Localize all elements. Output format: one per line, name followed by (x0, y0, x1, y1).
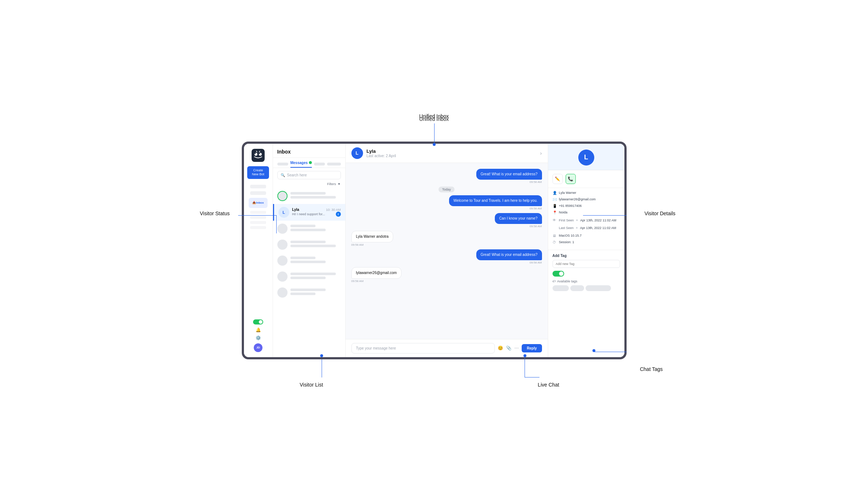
detail-session-row: ⏱ Session: 1 (553, 240, 620, 244)
visitor-placeholder-avatar-5 (277, 271, 288, 282)
message-time: 09:58 AM (530, 207, 542, 210)
placeholder-line (290, 293, 316, 295)
tag-toggle[interactable] (553, 271, 564, 277)
clock-icon: ⏱ (553, 240, 557, 244)
location-icon: 📍 (553, 211, 557, 215)
annotation-line-chat-tags-h (594, 352, 627, 352)
add-tag-label: Add Tag (553, 254, 620, 258)
message-bubble: Can I know your name? (495, 213, 542, 224)
tab-messages[interactable]: Messages (290, 161, 312, 168)
detail-phone: +91 859917406 (559, 204, 582, 208)
annotation-label-live-chat: Live Chat (538, 382, 559, 388)
chat-actions: 😊 📎 ⋯ Reply (498, 344, 542, 352)
visitor-name: Lyla (292, 208, 299, 212)
filters-label[interactable]: Filters (327, 182, 336, 186)
svg-rect-0 (252, 149, 265, 162)
visitor-placeholder-lines-4 (290, 257, 341, 265)
placeholder-line (290, 229, 326, 231)
annotation-line-visitor-status-v (276, 215, 277, 233)
visitor-list-panel: Inbox Messages 🔍 Search here (273, 144, 346, 357)
visitor-placeholder-item-3[interactable] (273, 237, 345, 253)
create-new-bot-button[interactable]: Create New Bot (247, 166, 269, 179)
tab-placeholder-3 (327, 163, 341, 166)
annotation-line-visitor-status-h (238, 215, 276, 216)
placeholder-line (290, 289, 326, 291)
bell-icon[interactable]: 🔔 (256, 327, 261, 332)
visitor-placeholder-item-2[interactable] (273, 221, 345, 237)
message-bubble: Great! What is your email address? (476, 249, 542, 260)
message-time: 09:58 AM (351, 279, 364, 283)
visitor-time: 10: 30 AM (326, 208, 341, 212)
visitor-placeholder-avatar-3 (277, 240, 288, 250)
visitor-placeholder-lines-3 (290, 241, 341, 249)
tag-chip-3[interactable] (586, 285, 611, 291)
visitor-placeholder-item-6[interactable] (273, 285, 345, 301)
chat-user-avatar: L (351, 147, 363, 159)
person-icon: 👤 (553, 191, 557, 195)
annotation-label-visitor-list: Visitor List (300, 382, 323, 388)
sidebar-bottom: 🔔 ⚙️ JD (253, 319, 263, 352)
last-seen-label: Last Seen (559, 226, 574, 230)
chat-user-status: Last active: 2 April (367, 154, 396, 158)
detail-name: Lyla Warner (559, 191, 576, 195)
placeholder-line (290, 273, 336, 275)
placeholder-line (290, 241, 326, 243)
tag-chip-2[interactable] (570, 285, 584, 291)
sidebar-nav-placeholder-6 (250, 226, 266, 229)
available-tags-label: Available tags (553, 279, 620, 283)
visitor-item-lyla[interactable]: L Lyla 10: 30 AM Hi! I need support for.… (273, 204, 345, 221)
reply-button[interactable]: Reply (522, 344, 542, 352)
detail-email: lylawarner26@gmail.com (559, 197, 596, 201)
edit-button[interactable]: ✏️ (553, 174, 563, 184)
message-group-1: Great! What is your email address? 09:58… (351, 169, 542, 184)
filter-row: Filters ▼ (273, 182, 345, 188)
notification-row: 🔔 (256, 327, 261, 332)
detail-os-row: 🖥 MacOS 10.15.7 (553, 234, 620, 238)
visitor-placeholder-avatar-6 (277, 287, 288, 298)
emoji-icon[interactable]: 😊 (498, 346, 503, 351)
inbox-label: Inbox (256, 201, 264, 204)
chat-header: L Lyla Last active: 2 April › (346, 144, 548, 163)
app-inner: Create New Bot 📥 Inbox 🔔 (244, 144, 624, 357)
online-status-toggle[interactable] (253, 319, 263, 324)
user-avatar[interactable]: JD (254, 343, 262, 352)
tag-chip-1[interactable] (553, 285, 569, 291)
search-input[interactable]: Search here (287, 173, 307, 177)
visitor-placeholder-lines-5 (290, 273, 341, 281)
first-seen-label: First Seen (559, 219, 574, 222)
visitor-placeholder-lines-2 (290, 225, 341, 233)
attachment-icon[interactable]: 📎 (506, 346, 512, 351)
more-options-icon[interactable]: ⋯ (514, 346, 519, 351)
visitor-placeholder-item-4[interactable] (273, 253, 345, 269)
message-time: 09:58 AM (530, 261, 542, 264)
app-container: Create New Bot 📥 Inbox 🔔 (242, 142, 627, 359)
message-group-3: Can I know your name? 09:58 AM (351, 213, 542, 228)
sidebar-nav-placeholder-4 (250, 216, 266, 219)
detail-location: Noida (559, 211, 568, 214)
gear-icon[interactable]: ⚙️ (256, 335, 261, 340)
call-button[interactable]: 📞 (566, 174, 576, 184)
visitor-name-row: Lyla 10: 30 AM (292, 208, 341, 212)
annotation-dot-live-chat (523, 354, 526, 357)
detail-location-row: 📍 Noida (553, 211, 620, 215)
svg-point-4 (259, 153, 260, 154)
tabs-row: Messages (273, 158, 345, 168)
message-bubble: Welcome to Tour and Travels. I am here t… (449, 195, 542, 206)
tab-messages-label: Messages (290, 161, 308, 165)
add-tag-input[interactable] (553, 260, 620, 268)
sidebar-item-inbox[interactable]: 📥 Inbox (249, 198, 268, 208)
eye-icon: 👁 (553, 218, 557, 222)
svg-point-3 (255, 153, 256, 154)
message-group-4: Lyla Warner andotra 09:58 AM (351, 231, 542, 246)
filter-icon: ▼ (338, 182, 341, 186)
chat-message-input[interactable]: Type your message here (351, 343, 495, 354)
message-group-5: Great! What is your email address? 09:58… (351, 249, 542, 264)
annotation-label-visitor-status: Visitor Status (200, 211, 230, 216)
message-group-6: lylawarner26@gmail.com 09:58 AM (351, 267, 542, 283)
search-bar[interactable]: 🔍 Search here (277, 171, 341, 179)
first-seen-value: Apr 13th, 2022 11:02 AM (580, 219, 616, 222)
monitor-icon: 🖥 (553, 234, 557, 238)
sidebar-nav-placeholder-2 (250, 191, 266, 195)
annotation-dot-unified-inbox (433, 143, 436, 146)
visitor-placeholder-item-5[interactable] (273, 269, 345, 285)
